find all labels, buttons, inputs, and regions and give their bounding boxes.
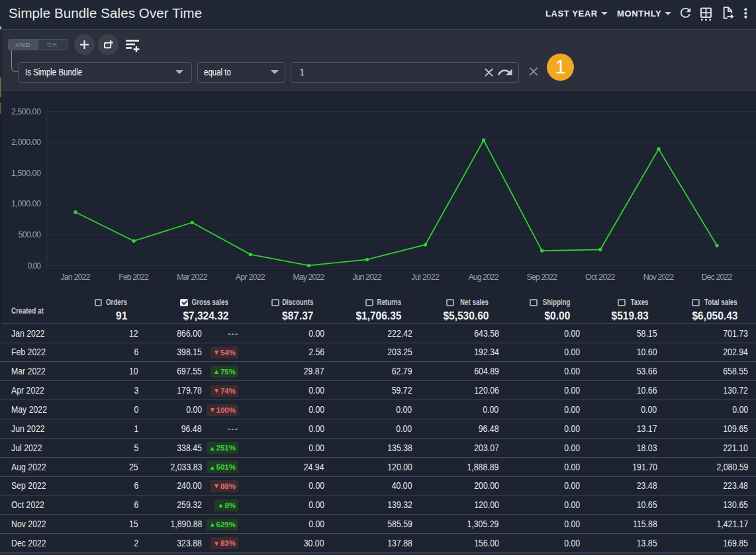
svg-text:0.00: 0.00 <box>28 261 42 271</box>
svg-text:Mar 2022: Mar 2022 <box>177 273 208 282</box>
svg-text:Apr 2022: Apr 2022 <box>236 273 265 282</box>
svg-text:1,000.00: 1,000.00 <box>11 199 41 208</box>
svg-text:May 2022: May 2022 <box>293 273 324 282</box>
svg-text:Jan 2022: Jan 2022 <box>61 273 91 282</box>
svg-text:Aug 2022: Aug 2022 <box>469 273 499 282</box>
svg-text:Dec 2022: Dec 2022 <box>702 273 733 282</box>
svg-text:Oct 2022: Oct 2022 <box>585 273 616 282</box>
svg-text:Jun 2022: Jun 2022 <box>352 273 382 282</box>
svg-text:500.00: 500.00 <box>19 230 42 239</box>
svg-text:Jul 2022: Jul 2022 <box>411 273 440 282</box>
svg-text:1,500.00: 1,500.00 <box>11 169 41 178</box>
svg-text:2,000.00: 2,000.00 <box>11 138 41 147</box>
svg-text:2,500.00: 2,500.00 <box>11 107 41 116</box>
svg-text:Nov 2022: Nov 2022 <box>643 273 675 282</box>
svg-text:Feb 2022: Feb 2022 <box>118 273 149 282</box>
svg-text:Sep 2022: Sep 2022 <box>526 273 557 282</box>
